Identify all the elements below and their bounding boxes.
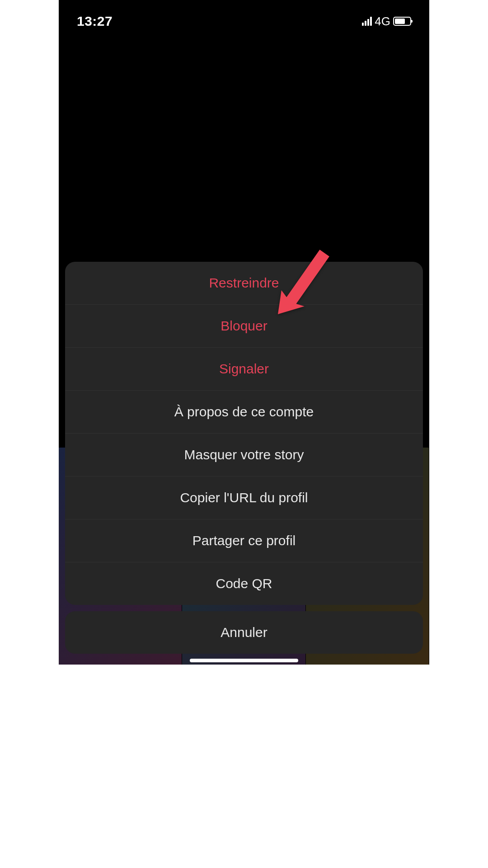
signal-icon	[362, 17, 372, 26]
option-hide-story[interactable]: Masquer votre story	[65, 434, 423, 476]
option-block[interactable]: Bloquer	[65, 305, 423, 348]
network-label: 4G	[375, 14, 390, 28]
option-report[interactable]: Signaler	[65, 348, 423, 391]
home-indicator[interactable]	[190, 659, 298, 662]
action-sheet: RestreindreBloquerSignalerÀ propos de ce…	[65, 262, 423, 605]
cancel-button[interactable]: Annuler	[65, 611, 423, 654]
action-sheet-container: RestreindreBloquerSignalerÀ propos de ce…	[65, 262, 423, 654]
option-about-account[interactable]: À propos de ce compte	[65, 391, 423, 434]
battery-icon	[393, 17, 411, 26]
status-bar: 13:27 4G	[59, 14, 429, 29]
option-share-profile[interactable]: Partager ce profil	[65, 519, 423, 562]
option-qr-code[interactable]: Code QR	[65, 562, 423, 605]
status-time: 13:27	[77, 14, 113, 29]
cancel-sheet: Annuler	[65, 611, 423, 654]
option-copy-url[interactable]: Copier l'URL du profil	[65, 476, 423, 519]
option-restrict[interactable]: Restreindre	[65, 262, 423, 305]
phone-screen: 13:27 4G RestreindreBloquerSignalerÀ pro…	[59, 0, 429, 665]
status-indicators: 4G	[362, 14, 411, 28]
